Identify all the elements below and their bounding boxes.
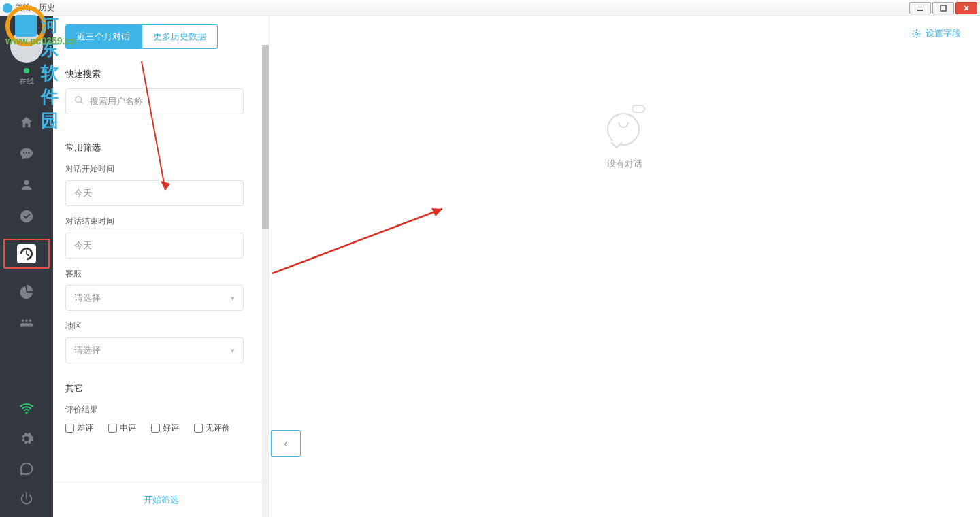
- team-icon[interactable]: [18, 314, 35, 331]
- sidebar: 在线: [0, 16, 53, 517]
- pie-chart-icon[interactable]: [18, 282, 35, 300]
- rating-label: 评价结果: [65, 404, 257, 416]
- titlebar: 美洽 - 历史: [0, 0, 980, 16]
- maximize-button[interactable]: [932, 2, 954, 14]
- history-icon[interactable]: [17, 244, 36, 263]
- region-label: 地区: [65, 320, 257, 332]
- app-icon: [3, 3, 12, 13]
- checkbox-bad[interactable]: 差评: [65, 422, 93, 434]
- status-text: 在线: [19, 76, 34, 86]
- svg-rect-0: [917, 10, 923, 11]
- tabs: 近三个月对话 更多历史数据: [53, 16, 269, 57]
- user-icon[interactable]: [18, 176, 35, 194]
- common-filter-title: 常用筛选: [65, 141, 257, 154]
- checkbox-mid[interactable]: 中评: [108, 422, 136, 434]
- end-time-label: 对话结束时间: [65, 216, 257, 227]
- search-input[interactable]: 搜索用户名称: [65, 88, 244, 114]
- pagination: ‹: [271, 430, 301, 457]
- scrollbar-track[interactable]: [262, 45, 269, 517]
- tab-recent[interactable]: 近三个月对话: [65, 24, 142, 49]
- filter-panel: 近三个月对话 更多历史数据 快速搜索 搜索用户名称 常用筛选 对话开始时间 今天…: [53, 16, 270, 517]
- gear-icon: [911, 29, 921, 39]
- start-time-input[interactable]: 今天: [65, 180, 244, 206]
- checkbox-good[interactable]: 好评: [151, 422, 179, 434]
- window-title: 美洽 - 历史: [15, 2, 55, 14]
- agent-select[interactable]: 请选择 ▾: [65, 285, 244, 311]
- power-icon[interactable]: [18, 490, 35, 507]
- rating-checkboxes: 差评 中评 好评 无评价: [65, 422, 257, 434]
- content-area: 设置字段 没有对话: [270, 16, 980, 517]
- close-button[interactable]: [956, 2, 977, 14]
- chevron-down-icon: ▾: [231, 346, 235, 355]
- empty-text: 没有对话: [604, 158, 645, 170]
- start-filter-button[interactable]: 开始筛选: [144, 495, 179, 505]
- search-icon: [74, 95, 84, 107]
- other-title: 其它: [65, 382, 257, 395]
- minimize-button[interactable]: [909, 2, 931, 14]
- svg-rect-1: [941, 5, 946, 11]
- chat-icon[interactable]: [18, 145, 35, 163]
- bubble-icon[interactable]: [18, 460, 35, 478]
- tab-more[interactable]: 更多历史数据: [142, 24, 218, 49]
- start-time-label: 对话开始时间: [65, 163, 257, 175]
- check-circle-icon[interactable]: [18, 207, 35, 225]
- scrollbar-thumb[interactable]: [262, 45, 269, 229]
- end-time-input[interactable]: 今天: [65, 233, 244, 258]
- empty-state: 没有对话: [604, 105, 645, 170]
- history-nav-highlight: [3, 239, 50, 269]
- region-value: 请选择: [74, 344, 101, 356]
- svg-point-2: [76, 97, 82, 103]
- avatar[interactable]: [10, 30, 43, 63]
- chevron-down-icon: ▾: [231, 294, 235, 303]
- home-icon[interactable]: [18, 114, 35, 131]
- agent-value: 请选择: [74, 292, 101, 304]
- quick-search-title: 快速搜索: [65, 68, 257, 80]
- search-placeholder: 搜索用户名称: [90, 95, 143, 107]
- end-time-value: 今天: [74, 239, 92, 252]
- settings-fields-link[interactable]: 设置字段: [911, 27, 961, 39]
- page-prev-button[interactable]: ‹: [271, 430, 301, 457]
- status-indicator: [24, 68, 29, 73]
- empty-chat-icon: [604, 105, 645, 146]
- agent-label: 客服: [65, 268, 257, 280]
- svg-point-3: [915, 32, 918, 35]
- settings-fields-label: 设置字段: [926, 27, 961, 39]
- window-controls: [909, 2, 977, 14]
- checkbox-none[interactable]: 无评价: [194, 422, 230, 434]
- start-time-value: 今天: [74, 187, 92, 199]
- region-select[interactable]: 请选择 ▾: [65, 337, 244, 363]
- settings-icon[interactable]: [18, 430, 35, 448]
- filter-footer: 开始筛选: [53, 482, 269, 517]
- wifi-icon[interactable]: [18, 400, 35, 418]
